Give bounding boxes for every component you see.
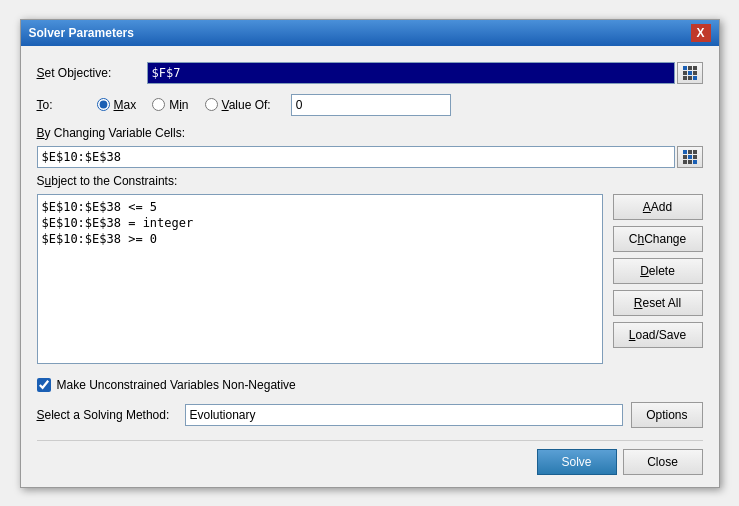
set-objective-grid-icon[interactable] xyxy=(677,62,703,84)
set-objective-label: Set Objective: xyxy=(37,66,147,80)
variable-cells-label: By Changing Variable Cells: xyxy=(37,126,703,140)
dialog-title: Solver Parameters xyxy=(29,26,134,40)
load-save-button[interactable]: Load/Save xyxy=(613,322,703,348)
radio-max[interactable]: Max xyxy=(97,98,137,112)
close-icon[interactable]: X xyxy=(691,24,711,42)
solving-method-row: Select a Solving Method: GRG Nonlinear S… xyxy=(37,402,703,428)
list-item: $E$10:$E$38 = integer xyxy=(42,215,598,231)
radio-valueof-label: Value Of: xyxy=(222,98,271,112)
set-objective-input[interactable] xyxy=(147,62,675,84)
make-unconstrained-label: Make Unconstrained Variables Non-Negativ… xyxy=(57,378,296,392)
close-button[interactable]: Close xyxy=(623,449,703,475)
set-objective-row: Set Objective: xyxy=(37,62,703,84)
radio-max-input[interactable] xyxy=(97,98,110,111)
value-of-input[interactable] xyxy=(291,94,451,116)
radio-group: Max Min Value Of: xyxy=(97,94,703,116)
constraints-list[interactable]: $E$10:$E$38 <= 5 $E$10:$E$38 = integer $… xyxy=(37,194,603,364)
radio-min[interactable]: Min xyxy=(152,98,188,112)
title-bar: Solver Parameters X xyxy=(21,20,719,46)
action-buttons: Solve Close xyxy=(37,440,703,475)
solving-select-wrapper: GRG Nonlinear Simplex LP Evolutionary xyxy=(185,404,624,426)
to-row: To: Max Min Value xyxy=(37,94,703,116)
solve-button[interactable]: Solve xyxy=(537,449,617,475)
list-item: $E$10:$E$38 <= 5 xyxy=(42,199,598,215)
radio-min-label: Min xyxy=(169,98,188,112)
list-item: $E$10:$E$38 >= 0 xyxy=(42,231,598,247)
dialog-body: Set Objective: To: xyxy=(21,46,719,487)
side-buttons: AAdd ChChange Delete Reset All Load/Save xyxy=(613,194,703,364)
radio-min-input[interactable] xyxy=(152,98,165,111)
radio-valueof-input[interactable] xyxy=(205,98,218,111)
delete-button[interactable]: Delete xyxy=(613,258,703,284)
make-unconstrained-row: Make Unconstrained Variables Non-Negativ… xyxy=(37,378,703,392)
constraints-label: Subject to the Constraints: xyxy=(37,174,703,188)
variable-cells-grid-icon[interactable] xyxy=(677,146,703,168)
to-label: To: xyxy=(37,98,97,112)
reset-all-button[interactable]: Reset All xyxy=(613,290,703,316)
solving-method-select[interactable]: GRG Nonlinear Simplex LP Evolutionary xyxy=(185,404,624,426)
solving-method-label: Select a Solving Method: xyxy=(37,408,177,422)
change-button[interactable]: ChChange xyxy=(613,226,703,252)
variable-cells-row xyxy=(37,146,703,168)
options-button[interactable]: Options xyxy=(631,402,702,428)
constraints-area: $E$10:$E$38 <= 5 $E$10:$E$38 = integer $… xyxy=(37,194,703,364)
radio-valueof[interactable]: Value Of: xyxy=(205,98,271,112)
make-unconstrained-checkbox[interactable] xyxy=(37,378,51,392)
variable-cells-input[interactable] xyxy=(37,146,675,168)
solver-parameters-dialog: Solver Parameters X Set Objective: xyxy=(20,19,720,488)
radio-max-label: Max xyxy=(114,98,137,112)
add-button[interactable]: AAdd xyxy=(613,194,703,220)
bottom-section: Make Unconstrained Variables Non-Negativ… xyxy=(37,374,703,475)
